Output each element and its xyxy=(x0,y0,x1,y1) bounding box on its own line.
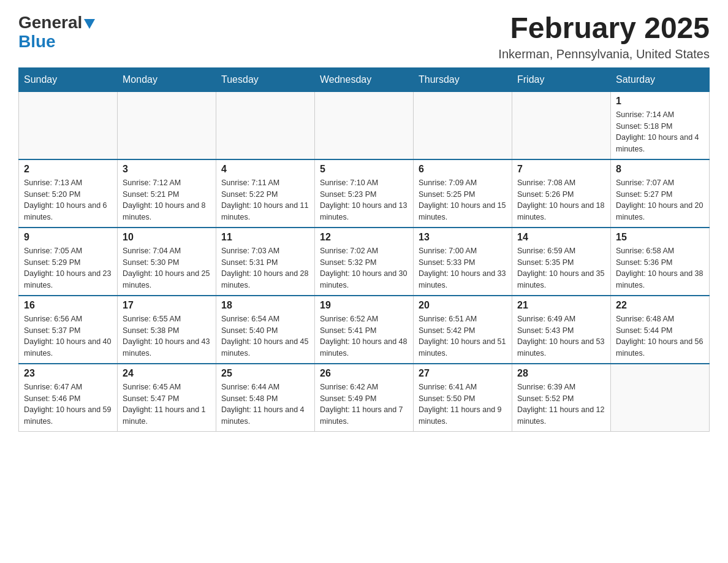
table-row xyxy=(414,91,512,159)
header-wednesday: Wednesday xyxy=(315,67,414,91)
table-row: 19Sunrise: 6:52 AM Sunset: 5:41 PM Dayli… xyxy=(315,296,414,364)
day-number: 21 xyxy=(517,300,605,311)
table-row xyxy=(216,91,315,159)
logo-triangle-icon xyxy=(84,13,95,33)
table-row: 23Sunrise: 6:47 AM Sunset: 5:46 PM Dayli… xyxy=(19,364,118,432)
month-title: February 2025 xyxy=(498,12,710,45)
day-info: Sunrise: 7:03 AM Sunset: 5:31 PM Dayligh… xyxy=(221,245,309,291)
day-number: 2 xyxy=(24,164,112,175)
day-info: Sunrise: 6:42 AM Sunset: 5:49 PM Dayligh… xyxy=(320,381,408,427)
day-number: 15 xyxy=(616,232,704,243)
table-row: 20Sunrise: 6:51 AM Sunset: 5:42 PM Dayli… xyxy=(414,296,512,364)
header-tuesday: Tuesday xyxy=(216,67,315,91)
table-row: 12Sunrise: 7:02 AM Sunset: 5:32 PM Dayli… xyxy=(315,228,414,296)
day-info: Sunrise: 6:59 AM Sunset: 5:35 PM Dayligh… xyxy=(517,245,605,291)
day-number: 7 xyxy=(517,164,605,175)
table-row: 21Sunrise: 6:49 AM Sunset: 5:43 PM Dayli… xyxy=(512,296,611,364)
day-number: 14 xyxy=(517,232,605,243)
table-row xyxy=(611,364,710,432)
day-info: Sunrise: 6:44 AM Sunset: 5:48 PM Dayligh… xyxy=(221,381,309,427)
table-row: 10Sunrise: 7:04 AM Sunset: 5:30 PM Dayli… xyxy=(118,228,216,296)
day-number: 27 xyxy=(419,368,507,379)
day-number: 5 xyxy=(320,164,408,175)
table-row: 28Sunrise: 6:39 AM Sunset: 5:52 PM Dayli… xyxy=(512,364,611,432)
table-row: 18Sunrise: 6:54 AM Sunset: 5:40 PM Dayli… xyxy=(216,296,315,364)
logo: General Blue xyxy=(18,12,95,52)
table-row: 4Sunrise: 7:11 AM Sunset: 5:22 PM Daylig… xyxy=(216,159,315,228)
day-info: Sunrise: 6:51 AM Sunset: 5:42 PM Dayligh… xyxy=(419,313,507,359)
table-row: 5Sunrise: 7:10 AM Sunset: 5:23 PM Daylig… xyxy=(315,159,414,228)
day-info: Sunrise: 6:48 AM Sunset: 5:44 PM Dayligh… xyxy=(616,313,704,359)
day-number: 20 xyxy=(419,300,507,311)
calendar-week-row: 16Sunrise: 6:56 AM Sunset: 5:37 PM Dayli… xyxy=(19,296,710,364)
svg-marker-0 xyxy=(84,19,95,29)
day-number: 9 xyxy=(24,232,112,243)
logo-text: General xyxy=(18,12,95,33)
table-row xyxy=(315,91,414,159)
day-info: Sunrise: 6:39 AM Sunset: 5:52 PM Dayligh… xyxy=(517,381,605,427)
table-row: 25Sunrise: 6:44 AM Sunset: 5:48 PM Dayli… xyxy=(216,364,315,432)
page-header: General Blue February 2025 Inkerman, Pen… xyxy=(18,12,710,61)
day-info: Sunrise: 7:04 AM Sunset: 5:30 PM Dayligh… xyxy=(123,245,211,291)
day-info: Sunrise: 7:08 AM Sunset: 5:26 PM Dayligh… xyxy=(517,177,605,223)
calendar-week-row: 9Sunrise: 7:05 AM Sunset: 5:29 PM Daylig… xyxy=(19,228,710,296)
day-number: 23 xyxy=(24,368,112,379)
day-number: 6 xyxy=(419,164,507,175)
day-number: 25 xyxy=(221,368,309,379)
table-row xyxy=(19,91,118,159)
day-info: Sunrise: 7:09 AM Sunset: 5:25 PM Dayligh… xyxy=(419,177,507,223)
table-row: 16Sunrise: 6:56 AM Sunset: 5:37 PM Dayli… xyxy=(19,296,118,364)
calendar-table: Sunday Monday Tuesday Wednesday Thursday… xyxy=(18,67,710,432)
table-row: 26Sunrise: 6:42 AM Sunset: 5:49 PM Dayli… xyxy=(315,364,414,432)
header-thursday: Thursday xyxy=(414,67,512,91)
day-info: Sunrise: 7:05 AM Sunset: 5:29 PM Dayligh… xyxy=(24,245,112,291)
day-info: Sunrise: 6:58 AM Sunset: 5:36 PM Dayligh… xyxy=(616,245,704,291)
header-friday: Friday xyxy=(512,67,611,91)
day-info: Sunrise: 7:14 AM Sunset: 5:18 PM Dayligh… xyxy=(616,109,704,155)
day-info: Sunrise: 7:11 AM Sunset: 5:22 PM Dayligh… xyxy=(221,177,309,223)
day-number: 8 xyxy=(616,164,704,175)
day-info: Sunrise: 7:10 AM Sunset: 5:23 PM Dayligh… xyxy=(320,177,408,223)
table-row: 14Sunrise: 6:59 AM Sunset: 5:35 PM Dayli… xyxy=(512,228,611,296)
table-row: 3Sunrise: 7:12 AM Sunset: 5:21 PM Daylig… xyxy=(118,159,216,228)
calendar-week-row: 23Sunrise: 6:47 AM Sunset: 5:46 PM Dayli… xyxy=(19,364,710,432)
day-number: 12 xyxy=(320,232,408,243)
day-info: Sunrise: 7:07 AM Sunset: 5:27 PM Dayligh… xyxy=(616,177,704,223)
table-row: 22Sunrise: 6:48 AM Sunset: 5:44 PM Dayli… xyxy=(611,296,710,364)
day-number: 1 xyxy=(616,96,704,107)
day-number: 19 xyxy=(320,300,408,311)
day-info: Sunrise: 7:12 AM Sunset: 5:21 PM Dayligh… xyxy=(123,177,211,223)
location-text: Inkerman, Pennsylvania, United States xyxy=(498,47,710,61)
day-info: Sunrise: 7:13 AM Sunset: 5:20 PM Dayligh… xyxy=(24,177,112,223)
header-monday: Monday xyxy=(118,67,216,91)
calendar-week-row: 1Sunrise: 7:14 AM Sunset: 5:18 PM Daylig… xyxy=(19,91,710,159)
day-info: Sunrise: 6:52 AM Sunset: 5:41 PM Dayligh… xyxy=(320,313,408,359)
day-info: Sunrise: 6:47 AM Sunset: 5:46 PM Dayligh… xyxy=(24,381,112,427)
table-row: 1Sunrise: 7:14 AM Sunset: 5:18 PM Daylig… xyxy=(611,91,710,159)
calendar-header-row: Sunday Monday Tuesday Wednesday Thursday… xyxy=(19,67,710,91)
day-number: 11 xyxy=(221,232,309,243)
table-row: 15Sunrise: 6:58 AM Sunset: 5:36 PM Dayli… xyxy=(611,228,710,296)
day-number: 24 xyxy=(123,368,211,379)
table-row: 8Sunrise: 7:07 AM Sunset: 5:27 PM Daylig… xyxy=(611,159,710,228)
table-row: 7Sunrise: 7:08 AM Sunset: 5:26 PM Daylig… xyxy=(512,159,611,228)
header-sunday: Sunday xyxy=(19,67,118,91)
day-info: Sunrise: 7:02 AM Sunset: 5:32 PM Dayligh… xyxy=(320,245,408,291)
day-info: Sunrise: 6:55 AM Sunset: 5:38 PM Dayligh… xyxy=(123,313,211,359)
table-row: 9Sunrise: 7:05 AM Sunset: 5:29 PM Daylig… xyxy=(19,228,118,296)
table-row xyxy=(118,91,216,159)
day-number: 28 xyxy=(517,368,605,379)
table-row: 24Sunrise: 6:45 AM Sunset: 5:47 PM Dayli… xyxy=(118,364,216,432)
day-number: 4 xyxy=(221,164,309,175)
table-row: 27Sunrise: 6:41 AM Sunset: 5:50 PM Dayli… xyxy=(414,364,512,432)
day-number: 18 xyxy=(221,300,309,311)
table-row: 17Sunrise: 6:55 AM Sunset: 5:38 PM Dayli… xyxy=(118,296,216,364)
day-number: 26 xyxy=(320,368,408,379)
day-info: Sunrise: 6:54 AM Sunset: 5:40 PM Dayligh… xyxy=(221,313,309,359)
day-info: Sunrise: 6:56 AM Sunset: 5:37 PM Dayligh… xyxy=(24,313,112,359)
day-number: 3 xyxy=(123,164,211,175)
table-row xyxy=(512,91,611,159)
day-number: 10 xyxy=(123,232,211,243)
table-row: 11Sunrise: 7:03 AM Sunset: 5:31 PM Dayli… xyxy=(216,228,315,296)
day-number: 22 xyxy=(616,300,704,311)
